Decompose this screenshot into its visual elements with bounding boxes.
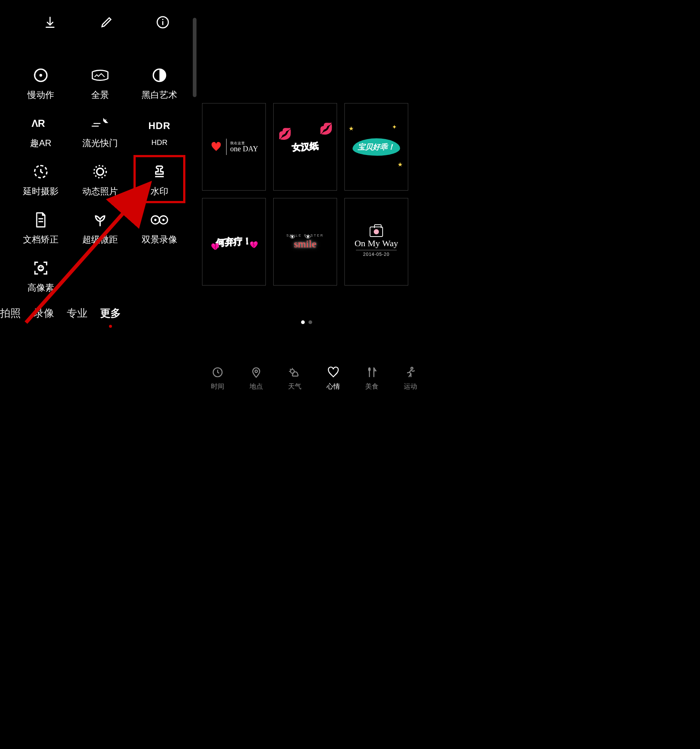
page-dot[interactable] — [301, 320, 305, 324]
ar-icon: ΛR — [32, 114, 50, 133]
mode-lightpaint[interactable]: 流光快门 — [70, 107, 130, 156]
watermark-text: smile — [294, 238, 316, 250]
mode-movingpic[interactable]: 动态照片 — [70, 156, 130, 204]
category-place[interactable]: 地点 — [245, 365, 268, 391]
mode-grid: 慢动作 全景 黑白艺术 ΛR 趣AR 流光快门 — [11, 59, 189, 300]
watermark-date: 2014-05-20 — [363, 252, 389, 257]
kiss-icon: 💋 — [278, 127, 292, 140]
watermark-smile[interactable]: SMILE PASTER 👁👁 smile — [273, 198, 337, 286]
svg-point-24 — [255, 370, 258, 373]
svg-text:ΛR: ΛR — [32, 118, 45, 129]
top-icon-row — [43, 15, 170, 30]
info-icon[interactable] — [155, 15, 170, 30]
stamp-icon — [150, 162, 169, 181]
mode-label: 慢动作 — [28, 89, 54, 101]
mode-hdr[interactable]: HDR HDR — [130, 107, 189, 156]
flower-icon — [91, 211, 109, 229]
category-mood[interactable]: 心情 — [321, 365, 345, 391]
watermark-onmyway[interactable]: On My Way 2014-05-20 — [344, 198, 408, 286]
mode-label: 文档矫正 — [23, 234, 58, 246]
category-label: 地点 — [249, 382, 263, 391]
svg-point-20 — [39, 267, 41, 268]
mode-docfix[interactable]: 文档矫正 — [11, 204, 70, 252]
watermark-text: one DAY — [230, 145, 258, 152]
mode-slowmo[interactable]: 慢动作 — [11, 59, 70, 107]
location-icon — [249, 365, 263, 379]
mode-bw[interactable]: 黑白艺术 — [130, 59, 189, 107]
lighttrail-icon — [91, 114, 109, 133]
mode-label: 黑白艺术 — [142, 89, 177, 101]
svg-marker-7 — [104, 119, 107, 123]
camera-more-panel: 慢动作 全景 黑白艺术 ΛR 趣AR 流光快门 — [0, 0, 193, 323]
category-weather[interactable]: 天气 — [283, 365, 307, 391]
svg-point-17 — [154, 219, 156, 221]
running-icon — [404, 365, 417, 379]
tab-photo[interactable]: 拍照 — [0, 306, 21, 320]
timelapse-icon — [32, 162, 50, 181]
food-icon — [365, 365, 379, 379]
tab-more[interactable]: 更多 — [100, 306, 121, 320]
contrast-icon — [150, 66, 169, 84]
watermark-baobei[interactable]: ★ ★ ✦ 宝贝好乖！ — [344, 103, 408, 191]
tab-video[interactable]: 录像 — [34, 306, 54, 320]
mode-label: 全景 — [91, 89, 109, 101]
svg-point-26 — [411, 367, 413, 369]
mode-label: 超级微距 — [82, 234, 118, 246]
mode-label: 双景录像 — [142, 234, 177, 246]
star-icon: ★ — [348, 125, 354, 132]
mode-label: 流光快门 — [82, 137, 118, 149]
category-time[interactable]: 时间 — [206, 365, 229, 391]
star-icon: ★ — [397, 161, 403, 168]
camera-mode-tabs: 拍照 录像 专业 更多 — [0, 306, 121, 320]
clock-icon — [211, 365, 224, 379]
mode-panorama[interactable]: 全景 — [70, 59, 130, 107]
category-food[interactable]: 美食 — [360, 365, 384, 391]
download-icon[interactable] — [43, 15, 58, 30]
watermark-heqiliao[interactable]: 💔 何弃疗！ 💔 — [202, 198, 266, 286]
mode-sublabel: HDR — [151, 138, 167, 147]
document-icon — [32, 211, 50, 229]
star-icon: ✦ — [392, 124, 397, 130]
svg-point-11 — [94, 166, 106, 178]
mode-timelapse[interactable]: 延时摄影 — [11, 156, 70, 204]
watermark-text: 宝贝好乖！ — [353, 138, 400, 156]
mode-ar[interactable]: ΛR 趣AR — [11, 107, 70, 156]
tab-pro[interactable]: 专业 — [67, 306, 87, 320]
category-label: 时间 — [211, 382, 224, 391]
watermark-oneday[interactable]: 我在这里 one DAY — [202, 103, 266, 191]
svg-point-18 — [162, 219, 165, 221]
hires-icon — [32, 259, 50, 277]
watermark-text: On My Way — [355, 238, 398, 248]
edit-icon[interactable] — [99, 15, 114, 30]
category-label: 运动 — [404, 382, 417, 391]
mode-macro[interactable]: 超级微距 — [70, 204, 130, 252]
category-label: 心情 — [327, 382, 340, 391]
mode-watermark[interactable]: 水印 — [130, 156, 189, 204]
mode-label: 延时摄影 — [23, 185, 58, 197]
weather-icon — [288, 365, 301, 379]
svg-point-4 — [39, 74, 42, 76]
svg-point-2 — [162, 19, 164, 20]
watermark-category-row: 时间 地点 天气 心情 美食 运动 — [206, 365, 422, 391]
panorama-icon — [91, 66, 109, 84]
watermark-picker: 我在这里 one DAY 💋 💋 女汉纸 ★ ★ ✦ 宝贝好乖！ 💔 何弃疗！ … — [202, 103, 409, 292]
mode-label: 高像素 — [28, 282, 54, 293]
watermark-text: 女汉纸 — [292, 140, 319, 154]
watermark-text: 💔 何弃疗！ 💔 — [216, 235, 252, 249]
watermark-grid: 我在这里 one DAY 💋 💋 女汉纸 ★ ★ ✦ 宝贝好乖！ 💔 何弃疗！ … — [202, 103, 409, 286]
category-label: 美食 — [365, 382, 379, 391]
svg-point-21 — [41, 267, 43, 268]
movingpic-icon — [91, 162, 109, 181]
mode-label: 水印 — [151, 185, 168, 197]
mode-label: 趣AR — [30, 137, 51, 149]
mode-dualview[interactable]: 双景录像 — [130, 204, 189, 252]
svg-point-9 — [40, 165, 41, 167]
watermark-nvhanzi[interactable]: 💋 💋 女汉纸 — [273, 103, 337, 191]
svg-point-10 — [97, 168, 104, 175]
category-sport[interactable]: 运动 — [399, 365, 422, 391]
mode-label: 动态照片 — [82, 185, 118, 197]
scroll-indicator — [193, 18, 197, 97]
heart-icon — [210, 141, 222, 152]
page-dot[interactable] — [309, 320, 312, 324]
mode-hires[interactable]: 高像素 — [11, 252, 70, 300]
